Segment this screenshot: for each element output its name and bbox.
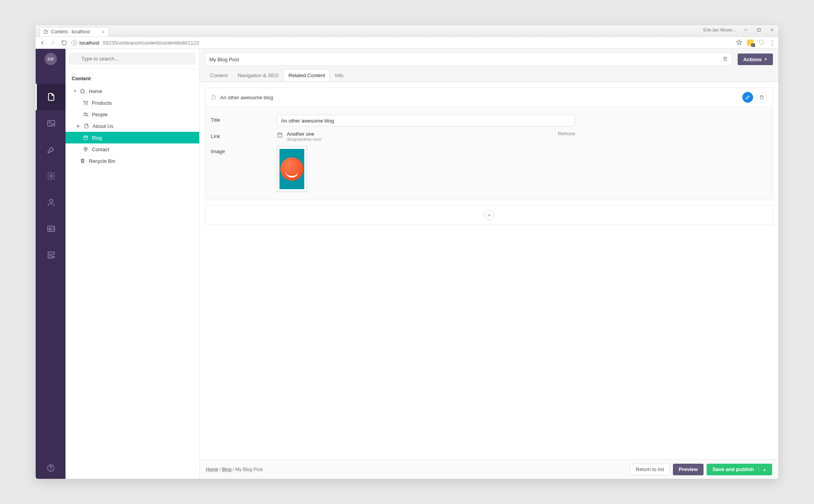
- address-url[interactable]: i localhost:55235/umbraco#/content/conte…: [71, 40, 732, 46]
- page-title-input[interactable]: My Blog Post: [205, 53, 732, 66]
- link-icon[interactable]: [723, 56, 728, 63]
- block-heading: An other awesome blog: [220, 95, 273, 100]
- link-path: /blog/another-one/: [287, 137, 321, 142]
- site-info-icon[interactable]: i: [71, 40, 77, 46]
- window-close-icon[interactable]: [769, 27, 775, 33]
- document-icon: [43, 29, 48, 34]
- browser-tab[interactable]: Content - localhost ×: [39, 27, 109, 36]
- svg-point-15: [85, 148, 86, 149]
- save-publish-label: Save and publish: [712, 466, 754, 472]
- nav-back-icon[interactable]: [39, 40, 46, 46]
- calendar-icon: [277, 132, 283, 138]
- calendar-icon: [83, 135, 89, 140]
- delete-button[interactable]: [756, 92, 767, 103]
- caret-icon[interactable]: [77, 124, 80, 128]
- tab-info[interactable]: Info: [330, 69, 348, 81]
- tab-related-content[interactable]: Related Content: [283, 69, 330, 81]
- browser-tabbar: Content - localhost × Erik-Jan Weste...: [36, 25, 778, 36]
- tree-item-label: Home: [89, 88, 102, 94]
- crumb-blog[interactable]: Blog: [222, 467, 231, 472]
- url-path: :55235/umbraco#/content/content/edit/112…: [102, 40, 199, 46]
- browser-menu-icon[interactable]: ⋮: [769, 39, 775, 47]
- rail-developer[interactable]: [36, 163, 66, 189]
- document-icon: [47, 92, 56, 102]
- rail-help[interactable]: [36, 457, 66, 479]
- svg-rect-14: [84, 136, 87, 140]
- forms-icon: [47, 250, 56, 260]
- image-thumbnail[interactable]: [277, 146, 307, 192]
- tree-item-people[interactable]: People: [66, 109, 199, 120]
- caret-icon[interactable]: [73, 89, 76, 93]
- cart-icon: [83, 100, 89, 105]
- tree-item-label: People: [92, 112, 107, 117]
- svg-point-13: [86, 113, 87, 114]
- extension-icon[interactable]: [759, 39, 764, 46]
- tree-item-contact[interactable]: Contact: [66, 143, 199, 155]
- tree-item-label: Products: [92, 100, 112, 106]
- extension-badge-icon[interactable]: [747, 40, 754, 46]
- actions-label: Actions: [743, 57, 762, 62]
- svg-rect-17: [278, 133, 282, 137]
- add-block-button[interactable]: ＋: [484, 210, 494, 220]
- window-maximize-icon[interactable]: [756, 27, 762, 33]
- link-label: Link: [211, 131, 277, 142]
- image-icon: [47, 119, 56, 128]
- tree-item-label: Recycle Bin: [89, 158, 116, 164]
- actions-button[interactable]: Actions ▼: [738, 54, 773, 65]
- rail-settings[interactable]: [36, 136, 66, 163]
- svg-point-3: [50, 122, 51, 123]
- tree-item-label: Contact: [92, 147, 109, 152]
- crumb-current: My Blog Post: [235, 467, 263, 472]
- editor-footer: Home / Blog / My Blog Post Return to lis…: [200, 459, 778, 479]
- people-icon: [83, 112, 89, 117]
- tree-item-label: About Us: [93, 123, 113, 129]
- browser-profile-name[interactable]: Erik-Jan Weste...: [703, 28, 736, 32]
- page-title: My Blog Post: [209, 57, 239, 62]
- svg-rect-8: [48, 252, 54, 254]
- link-remove[interactable]: Remove: [558, 131, 575, 136]
- svg-rect-0: [758, 29, 761, 31]
- nav-forward-icon[interactable]: [50, 40, 57, 46]
- avatar[interactable]: EW: [45, 53, 57, 65]
- search-input[interactable]: [69, 53, 195, 64]
- chevron-up-icon[interactable]: ▲: [759, 468, 766, 471]
- gear-icon: [47, 171, 56, 181]
- title-input[interactable]: [277, 115, 575, 126]
- crumb-home[interactable]: Home: [206, 467, 218, 472]
- link-title[interactable]: Another one: [287, 131, 321, 137]
- document-icon: [83, 123, 90, 129]
- title-label: Title: [211, 115, 277, 126]
- save-publish-button[interactable]: Save and publish ▲: [707, 464, 772, 475]
- content-block: An other awesome blog Title: [205, 88, 773, 200]
- content-tree: Content Home Products People: [66, 49, 200, 479]
- document-icon: [211, 95, 216, 100]
- nav-reload-icon[interactable]: [60, 40, 67, 46]
- tree-item-blog[interactable]: Blog: [66, 132, 199, 143]
- rail-content[interactable]: [36, 84, 66, 110]
- tab-close-icon[interactable]: ×: [102, 29, 105, 35]
- tab-navigation-seo[interactable]: Navigation & SEO: [233, 69, 284, 81]
- tree-section-label[interactable]: Content: [66, 68, 199, 85]
- edit-button[interactable]: [742, 92, 753, 103]
- help-icon: [47, 464, 55, 472]
- preview-button[interactable]: Preview: [673, 464, 704, 475]
- tree-item-recycle[interactable]: Recycle Bin: [66, 155, 199, 167]
- nav-rail: EW: [36, 49, 66, 479]
- tab-content[interactable]: Content: [205, 69, 233, 81]
- tree-item-products[interactable]: Products: [66, 97, 199, 109]
- tree-item-about[interactable]: About Us: [66, 120, 199, 132]
- svg-point-4: [50, 175, 52, 177]
- svg-point-5: [50, 199, 53, 202]
- rail-media[interactable]: [36, 110, 66, 136]
- editor-tabs: Content Navigation & SEO Related Content…: [200, 66, 778, 82]
- rail-forms[interactable]: [36, 242, 66, 268]
- tree-item-home[interactable]: Home: [66, 85, 199, 97]
- star-icon[interactable]: [736, 39, 742, 47]
- svg-rect-9: [48, 256, 52, 258]
- trash-icon: [79, 158, 86, 164]
- rail-users[interactable]: [36, 189, 66, 216]
- plus-icon: ＋: [486, 212, 492, 219]
- return-to-list-button[interactable]: Return to list: [630, 464, 670, 475]
- window-minimize-icon[interactable]: [743, 27, 749, 33]
- rail-members[interactable]: [36, 216, 66, 242]
